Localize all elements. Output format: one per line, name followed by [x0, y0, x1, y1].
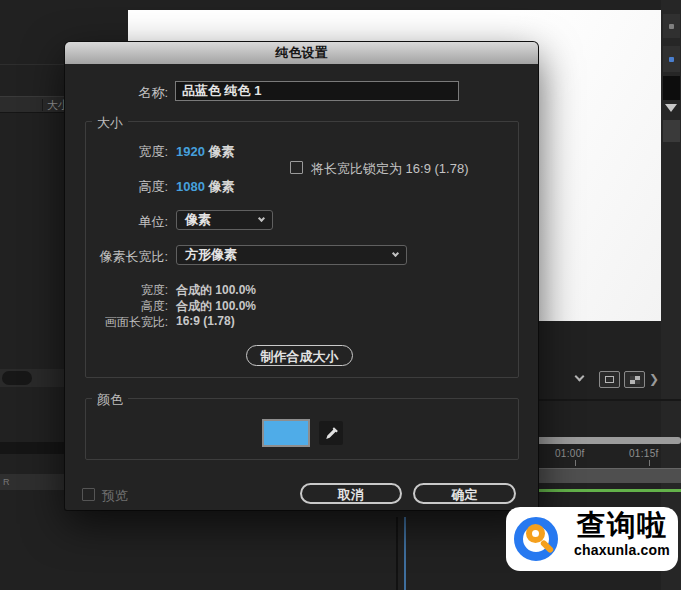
- dialog-titlebar: 纯色设置: [65, 42, 538, 64]
- unit-dropdown[interactable]: 像素: [176, 210, 273, 230]
- panel-divider: [538, 399, 681, 401]
- height-unit: 像素: [209, 179, 235, 194]
- panel-button[interactable]: [663, 46, 680, 72]
- app-screenshot: 大小 R ❯ 01:00f 01:15f 纯色设置 名称: 品蓝色 纯色 1 大: [0, 0, 681, 590]
- color-group-legend: 颜色: [92, 391, 128, 409]
- unit-label: 单位:: [65, 213, 168, 231]
- unit-dropdown-value: 像素: [185, 212, 211, 227]
- chevron-down-icon[interactable]: [575, 372, 585, 382]
- chevron-down-icon: [392, 250, 399, 257]
- playhead-line[interactable]: [404, 517, 406, 590]
- pixel-aspect-dropdown-value: 方形像素: [185, 247, 237, 262]
- timeline-scrollbar[interactable]: [533, 437, 681, 444]
- width-unit: 像素: [209, 144, 235, 159]
- watermark-domain: chaxunla.com: [569, 542, 675, 558]
- preview-label: 预览: [102, 487, 128, 505]
- preview-checkbox[interactable]: [82, 488, 95, 501]
- color-well-black[interactable]: [663, 76, 680, 100]
- cancel-button[interactable]: 取消: [300, 483, 402, 504]
- region-of-interest-button[interactable]: [599, 371, 620, 388]
- checkerboard-icon: [630, 376, 640, 384]
- comp-width-value: 合成的 100.0%: [176, 282, 256, 299]
- color-swatch[interactable]: [262, 419, 310, 447]
- eyedropper-icon: [324, 426, 339, 441]
- frame-aspect-label: 画面长宽比:: [65, 314, 168, 331]
- comp-width-label: 宽度:: [65, 282, 168, 299]
- pixel-aspect-dropdown[interactable]: 方形像素: [176, 245, 407, 265]
- panel-row: R: [0, 474, 65, 490]
- height-label: 高度:: [65, 178, 168, 196]
- ok-button[interactable]: 确定: [413, 483, 516, 504]
- right-panel-strip: [661, 0, 681, 590]
- height-value[interactable]: 1080 像素: [176, 178, 235, 196]
- size-group-legend: 大小: [92, 114, 128, 132]
- make-comp-size-button[interactable]: 制作合成大小: [246, 345, 353, 366]
- watermark-badge: 查询啦 chaxunla.com: [506, 507, 678, 571]
- transparency-grid-button[interactable]: [624, 371, 645, 388]
- width-label: 宽度:: [65, 143, 168, 161]
- height-number[interactable]: 1080: [176, 179, 205, 194]
- region-of-interest-icon: [605, 376, 614, 383]
- solid-settings-dialog: 纯色设置 名称: 品蓝色 纯色 1 大小 宽度: 1920 像素 将长宽比锁定为…: [65, 42, 538, 510]
- chaxunla-logo-icon: [513, 512, 567, 566]
- time-label: 01:15f: [629, 448, 659, 459]
- chevron-down-icon: [258, 215, 265, 222]
- width-value[interactable]: 1920 像素: [176, 143, 235, 161]
- panel-button[interactable]: [663, 14, 680, 38]
- width-number[interactable]: 1920: [176, 144, 205, 159]
- lock-aspect-label[interactable]: 将长宽比锁定为 16:9 (1.78): [311, 160, 469, 178]
- watermark-brand: 查询啦: [569, 508, 675, 542]
- eyedropper-button[interactable]: [319, 421, 343, 445]
- timeline-gridline: [396, 517, 398, 590]
- name-label: 名称:: [65, 84, 168, 102]
- comp-height-value: 合成的 100.0%: [176, 298, 256, 315]
- panel-block: [663, 120, 680, 142]
- time-label: 01:00f: [555, 448, 585, 459]
- pixel-aspect-label: 像素长宽比:: [65, 248, 168, 266]
- work-area-bar[interactable]: [533, 468, 681, 483]
- horizontal-scrollbar[interactable]: [0, 369, 65, 387]
- timeline-ruler[interactable]: 01:00f 01:15f: [538, 446, 681, 466]
- column-divider: [42, 99, 43, 111]
- triangle-down-icon[interactable]: [665, 104, 677, 112]
- name-input[interactable]: 品蓝色 纯色 1: [175, 81, 459, 101]
- scrollbar-thumb[interactable]: [2, 371, 32, 385]
- lock-aspect-checkbox[interactable]: [290, 161, 303, 174]
- frame-aspect-value: 16:9 (1.78): [176, 314, 235, 328]
- comp-height-label: 高度:: [65, 298, 168, 315]
- panel-bracket-icon: ❯: [649, 372, 659, 386]
- ruler-tick: [575, 460, 576, 466]
- ruler-tick: [649, 460, 650, 466]
- rendered-frames-indicator: [533, 489, 681, 492]
- panel-band: [0, 442, 65, 454]
